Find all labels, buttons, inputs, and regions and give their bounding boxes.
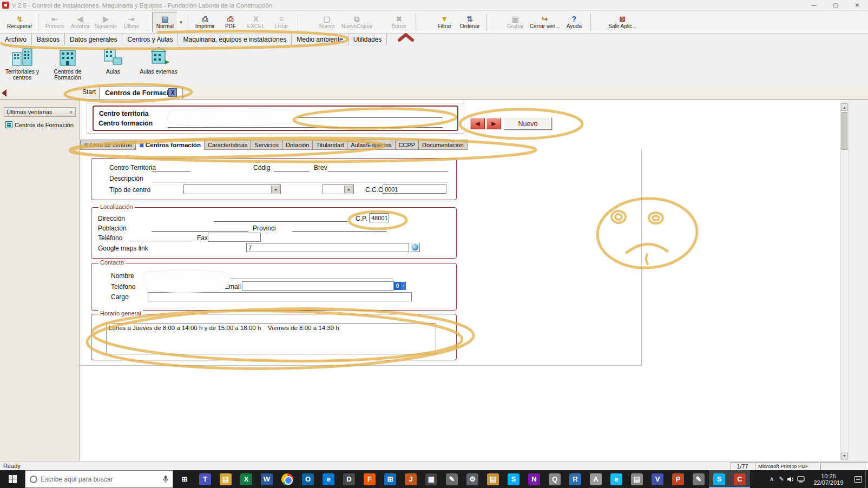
cp-input[interactable]: 48001 [369, 213, 389, 222]
taskbar-excel-icon[interactable]: X [236, 470, 257, 488]
show-desktop-button[interactable] [865, 470, 868, 488]
toolbar-grabar-button[interactable]: ▣Grabar [503, 12, 528, 32]
email-badge-arrow-icon[interactable]: › [401, 282, 406, 290]
toolbar-siguiente-button[interactable]: ▶Siguiente [93, 12, 119, 32]
sidebar-item-centros-formacion[interactable]: Centros de Formación [5, 121, 74, 128]
shortcut-aulas[interactable]: Aulas [93, 46, 133, 85]
scrollbar-thumb[interactable] [841, 112, 847, 150]
tab-close-button[interactable]: X [168, 88, 177, 97]
toolbar-nuevocopiar-button[interactable]: ⧉NuevoCopiar [339, 12, 374, 32]
scroll-up-icon[interactable]: ▲ [841, 103, 848, 111]
vertical-scrollbar[interactable]: ▲ ▼ [840, 103, 849, 460]
taskbar-firefox-icon[interactable]: F [359, 470, 380, 488]
toolbar-borrar-button[interactable]: ✖Borrar [386, 12, 412, 32]
poblacion-input[interactable] [152, 223, 248, 232]
subtab-titularidad[interactable]: Titularidad [313, 140, 347, 150]
menu-archivo[interactable]: Archivo [0, 34, 32, 45]
nuevo-button[interactable]: Nuevo [504, 117, 552, 130]
sidebar-header-ultimas-ventanas[interactable]: Últimas ventanas « [4, 107, 76, 117]
menu-datos-generales[interactable]: Datos generales [65, 34, 122, 45]
ccc-input[interactable]: 0001 [383, 184, 446, 194]
network-icon[interactable] [796, 476, 806, 483]
taskbar-pen-app-icon[interactable]: ✎ [688, 470, 709, 488]
email-count-badge[interactable]: 0 [394, 282, 401, 290]
tray-pen-icon[interactable]: ✎ [777, 476, 786, 483]
taskbar-folder-icon[interactable]: ▤ [483, 470, 503, 488]
search-input[interactable] [41, 476, 160, 483]
tipo-centro-select[interactable] [183, 184, 281, 194]
toolbar-pdf-button[interactable]: ⎙PDF [218, 12, 243, 32]
taskbar-app-light-icon[interactable]: A [586, 470, 606, 488]
horario-textarea[interactable]: Lunes a Jueves de 8:00 a 14:00 h y de 15… [106, 323, 436, 354]
menu-basicos[interactable]: Básicos [32, 34, 65, 45]
taskbar-internet-explorer-icon[interactable]: e [606, 470, 627, 488]
toolbar-listar-button[interactable]: ≡Listar [268, 12, 294, 32]
centro-formacion-field[interactable] [168, 120, 443, 128]
breve-input[interactable] [328, 163, 448, 172]
subtab-caracteristicas[interactable]: Características [205, 140, 251, 150]
toolbar-cerrar-ventana-button[interactable]: ↪Cerrar ven... [528, 12, 562, 32]
taskbar-folder-gray-icon[interactable]: ▤ [627, 470, 647, 488]
minimize-button[interactable]: — [803, 0, 825, 11]
shortcut-centros-formacion[interactable]: Centros deFormación [48, 46, 88, 85]
toolbar-nuevo-button[interactable]: ▢Nuevo [314, 12, 339, 32]
telefono-input[interactable] [130, 233, 193, 241]
taskbar-remote-desktop-icon[interactable]: R [565, 470, 586, 488]
toolbar-filtrar-button[interactable]: ▼Filtrar [432, 12, 457, 32]
start-button[interactable] [0, 470, 25, 488]
tray-chevron-icon[interactable]: ∧ [767, 476, 777, 483]
volume-icon[interactable] [786, 476, 796, 483]
taskbar-chrome-icon[interactable] [277, 470, 298, 488]
taskbar-onenote-icon[interactable]: N [524, 470, 544, 488]
menu-utilidades[interactable]: Utilidades [348, 34, 387, 45]
shortcut-territoriales-centros[interactable]: Territoriales ycentros [2, 46, 42, 85]
taskbar-edge-icon[interactable]: e [318, 470, 339, 488]
toolbar-ayuda-button[interactable]: ?Ayuda [561, 12, 587, 32]
centro-territorial-field[interactable] [168, 110, 443, 118]
menu-medio-ambiente[interactable]: Medio ambiente [292, 34, 348, 45]
taskbar-settings-icon[interactable]: ⚙ [462, 470, 483, 488]
taskbar-calculator-icon[interactable]: ▦ [421, 470, 442, 488]
direccion-input[interactable] [214, 214, 347, 222]
gmaps-input[interactable]: 7 [246, 243, 409, 252]
nombre-input[interactable] [146, 271, 393, 279]
toolbar-primero-button[interactable]: ⇤Primero [42, 12, 68, 32]
normal-dropdown-icon[interactable] [177, 12, 184, 32]
toolbar-ultimo-button[interactable]: ⇥Último [119, 12, 144, 32]
menu-centros-y-aulas[interactable]: Centros y Aulas [122, 34, 178, 45]
taskbar-visio-icon[interactable]: V [647, 470, 668, 488]
toolbar-normal-button[interactable]: ▤Normal [152, 12, 177, 32]
previous-record-button[interactable]: ◀ [470, 118, 485, 129]
provincia-input[interactable] [292, 223, 386, 232]
codigo-input[interactable] [274, 163, 310, 172]
cargo-input[interactable] [148, 292, 412, 301]
shortcut-aulas-externas[interactable]: Aulas externas [139, 46, 179, 85]
open-maps-button[interactable] [410, 242, 420, 252]
subtab-ccpp[interactable]: CCPP [396, 140, 419, 150]
taskbar-search[interactable] [25, 470, 173, 488]
centro-territorial-input[interactable] [152, 163, 190, 172]
subtab-servicios[interactable]: Servicios [251, 140, 282, 150]
taskbar-app-dark-icon[interactable]: D [339, 470, 359, 488]
email-input[interactable] [242, 281, 394, 291]
subtab-aulas-espacios[interactable]: Aulas/Espacios [347, 140, 395, 150]
maximize-button[interactable]: ▢ [825, 0, 846, 11]
subtab-documentacion[interactable]: Documentación [419, 140, 467, 150]
taskbar-active-app-icon[interactable]: C [729, 470, 750, 488]
taskbar-teams-icon[interactable]: T [195, 470, 215, 488]
taskbar-word-icon[interactable]: W [257, 470, 277, 488]
taskbar-skype-icon[interactable]: S [503, 470, 524, 488]
subtab-dotacion[interactable]: Dotación [282, 140, 313, 150]
taskbar-app-gray-icon[interactable]: Q [544, 470, 565, 488]
taskbar-snip-icon[interactable]: ✎ [442, 470, 462, 488]
scroll-down-icon[interactable]: ▼ [841, 452, 848, 459]
toolbar-salir-button[interactable]: ⊠Salir Aplic... [607, 12, 638, 32]
taskbar-clock[interactable]: 10:25 22/07/2019 [809, 473, 848, 486]
fax-input[interactable] [208, 233, 261, 242]
descripcion-input[interactable] [152, 174, 448, 182]
menu-maquinaria[interactable]: Maquinaria, equipos e instalaciones [178, 34, 292, 45]
toolbar-recuperar-button[interactable]: ↯Recuperar [5, 12, 34, 32]
subtab-centros-formacion[interactable]: ▣Centros formación [136, 140, 205, 150]
close-button[interactable]: ✕ [846, 0, 868, 11]
next-record-button[interactable]: ▶ [486, 118, 501, 129]
